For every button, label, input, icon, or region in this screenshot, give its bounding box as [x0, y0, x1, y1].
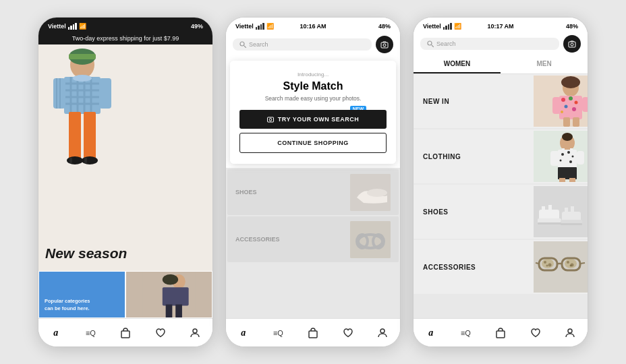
nav-search-2[interactable]: ≡Q — [268, 323, 288, 343]
tab-women[interactable]: WOMEN — [414, 55, 501, 73]
nav-home-2[interactable]: a — [233, 323, 254, 343]
promo-banner: Two-day express shipping for just $7.99 — [38, 32, 212, 44]
svg-point-45 — [428, 41, 432, 45]
svg-rect-73 — [569, 178, 575, 182]
nav-home-3[interactable]: a — [421, 323, 441, 343]
svg-rect-61 — [552, 97, 561, 114]
time-2: 10:16 AM — [300, 23, 326, 30]
cat-row-new-in[interactable]: NEW IN — [414, 74, 588, 128]
status-left-1: Viettel 📶 — [48, 23, 86, 30]
nav-wishlist-3[interactable] — [525, 323, 546, 343]
camera-button-2[interactable] — [376, 36, 393, 53]
signal-bars-3 — [443, 23, 452, 30]
camera-button-3[interactable] — [563, 35, 581, 53]
nav-bag-2[interactable] — [303, 323, 323, 343]
nav-profile-3[interactable] — [560, 323, 580, 343]
camera-icon-3 — [568, 40, 576, 48]
signal-bars-1 — [68, 23, 77, 30]
cat-row-clothing[interactable]: CLOTHING — [414, 129, 588, 183]
status-bar-1: Viettel 📶 10:16 AM 49% — [38, 18, 212, 32]
phone-1: Viettel 📶 10:16 AM 49% Two-day express s… — [38, 17, 213, 347]
shoes-figure-3 — [534, 186, 588, 237]
phone-3: Viettel 📶 10:17 AM 48% Search — [413, 17, 588, 347]
shoes-thumb-3 — [534, 186, 588, 237]
blurred-list: SHOES ACCESSORIES — [226, 168, 400, 318]
status-right-2: 48% — [378, 23, 391, 30]
svg-rect-83 — [548, 205, 552, 213]
svg-point-56 — [572, 107, 576, 111]
nav-bar-2: a ≡Q — [226, 318, 400, 346]
svg-rect-78 — [570, 148, 573, 152]
nav-bag-3[interactable] — [490, 323, 511, 343]
search-input-2[interactable]: Search — [233, 38, 372, 51]
cat-item-model[interactable] — [125, 271, 212, 318]
svg-point-54 — [575, 101, 578, 104]
svg-rect-104 — [496, 331, 505, 338]
svg-line-94 — [536, 263, 539, 264]
time-3: 10:17 AM — [487, 23, 513, 30]
nav-wishlist-1[interactable] — [150, 323, 171, 343]
style-match-modal: Introducing... Style Match Search made e… — [230, 61, 396, 164]
continue-shopping-button[interactable]: CONTINUE SHOPPING — [239, 133, 387, 153]
nav-bar-3: a ≡Q — [414, 318, 588, 346]
nav-search-3[interactable]: ≡Q — [455, 323, 476, 343]
svg-rect-3 — [64, 77, 101, 114]
tab-men[interactable]: MEN — [501, 55, 588, 73]
blurred-shoes-label: SHOES — [235, 189, 350, 195]
modal-intro: Introducing... — [239, 71, 387, 78]
svg-rect-2 — [69, 54, 96, 59]
nav-home-1[interactable]: a — [46, 323, 66, 343]
phones-container: Viettel 📶 10:16 AM 49% Two-day express s… — [24, 3, 602, 361]
svg-point-60 — [561, 76, 580, 88]
cat-row-shoes[interactable]: SHOES — [414, 185, 588, 239]
tabs-row: WOMEN MEN — [414, 55, 588, 74]
new-in-thumb — [534, 75, 588, 127]
cat-model-figure — [126, 272, 212, 317]
svg-point-69 — [560, 160, 562, 162]
new-in-figure — [534, 75, 588, 127]
status-left-3: Viettel 📶 — [423, 23, 461, 30]
svg-rect-71 — [558, 167, 577, 179]
search-input-3[interactable]: Search — [420, 38, 559, 50]
svg-rect-33 — [381, 42, 388, 48]
nav-profile-1[interactable] — [185, 323, 205, 343]
clothing-thumb — [534, 131, 588, 182]
svg-rect-88 — [538, 222, 561, 224]
shoes-figure — [350, 174, 391, 211]
nav-profile-2[interactable] — [372, 323, 393, 343]
svg-rect-27 — [175, 305, 182, 317]
promo-text: Two-day express shipping for just $7.99 — [72, 35, 179, 42]
hero-figure — [38, 44, 126, 179]
try-btn-container: NEW TRY YOUR OWN SEARCH — [239, 110, 387, 129]
svg-rect-43 — [309, 331, 317, 338]
svg-rect-17 — [69, 112, 81, 159]
try-search-button[interactable]: TRY YOUR OWN SEARCH — [239, 110, 387, 129]
svg-point-31 — [240, 42, 244, 46]
cat-row-accessories[interactable]: ACCESSORIES — [414, 240, 588, 294]
search-icon-2 — [239, 41, 246, 48]
svg-rect-87 — [571, 206, 574, 215]
nav-bag-1[interactable] — [115, 323, 136, 343]
carrier-3: Viettel — [423, 23, 441, 30]
svg-point-98 — [544, 261, 546, 264]
wifi-icon-3: 📶 — [454, 23, 461, 30]
cat-item-popular[interactable]: Popular categoriescan be found here. — [38, 271, 125, 318]
status-bar-2: Viettel 📶 10:16 AM 48% — [226, 18, 400, 32]
svg-point-34 — [383, 44, 386, 47]
hero-section: New season — [38, 44, 212, 271]
status-left-2: Viettel 📶 — [235, 23, 274, 30]
cat-popular-label: Popular categoriescan be found here. — [45, 298, 90, 312]
status-bar-3: Viettel 📶 10:17 AM 48% — [414, 18, 588, 32]
carrier-1: Viettel — [48, 23, 66, 30]
svg-rect-18 — [84, 112, 96, 159]
svg-point-99 — [548, 264, 552, 267]
svg-point-70 — [569, 160, 572, 163]
battery-3: 48% — [566, 23, 578, 30]
svg-point-67 — [567, 151, 570, 154]
svg-point-66 — [561, 153, 564, 156]
acc-figure — [350, 221, 391, 258]
nav-wishlist-2[interactable] — [338, 323, 358, 343]
nav-search-1[interactable]: ≡Q — [80, 323, 101, 343]
clothing-figure — [534, 131, 588, 182]
svg-rect-76 — [577, 151, 584, 164]
